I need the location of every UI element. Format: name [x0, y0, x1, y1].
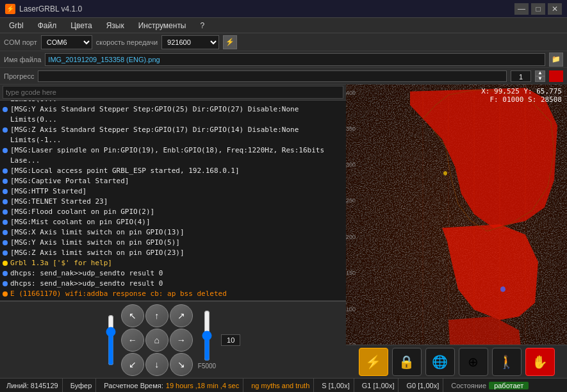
state-segment: Состояние работает — [447, 379, 532, 392]
coord-xy: X: 99,525 Y: 65,775 — [481, 87, 562, 95]
console-line: [MSG:X Axis limit switch on pin GPIO(13)… — [3, 227, 343, 238]
svg-point-11 — [443, 171, 447, 175]
globe-button[interactable]: 🌐 — [425, 348, 455, 376]
jog-up-left-button[interactable]: ↖ — [121, 304, 144, 327]
console-dot — [3, 281, 8, 286]
jog-home-button[interactable]: ⌂ — [145, 329, 168, 352]
menu-item-язык[interactable]: Язык — [100, 20, 131, 31]
feed-container: F5000 — [198, 310, 216, 370]
menu-bar: GrblФайлЦветаЯзыкИнструменты? — [0, 18, 567, 33]
lines-label: Линий: 8145129 — [6, 382, 58, 389]
feed-label: F5000 — [198, 363, 216, 370]
console-text: E (11661170) wifi:addba response cb: ap … — [10, 289, 227, 299]
open-file-button[interactable]: 📁 — [549, 53, 563, 67]
menu-item-?[interactable]: ? — [194, 20, 211, 31]
console-line: [MSG:Laser spindle on Pin:GPIO(19), Enbl… — [3, 145, 343, 166]
console-text: [MSG:Y Axis Standard Stepper Step:GPIO(2… — [10, 104, 343, 125]
console-text: [MSG:Captive Portal Started] — [10, 176, 129, 186]
com-port-select[interactable]: COM6 — [41, 35, 92, 49]
buffer-segment: Буфер — [67, 379, 97, 392]
svg-point-12 — [500, 286, 505, 292]
progress-down[interactable]: ▼ — [535, 76, 545, 82]
jog-up-button[interactable]: ↑ — [145, 304, 168, 327]
console-dot — [3, 240, 8, 245]
jog-right-button[interactable]: → — [170, 329, 193, 352]
console-dot — [3, 107, 8, 112]
menu-item-инструменты[interactable]: Инструменты — [132, 20, 193, 31]
console-text: [MSG:Laser spindle on Pin:GPIO(19), Enbl… — [10, 145, 343, 166]
buffer-label: Буфер — [70, 382, 92, 389]
svg-text:350: 350 — [346, 126, 356, 132]
progress-spinner: ▲ ▼ — [535, 70, 545, 82]
stop-hand-button[interactable]: ✋ — [525, 348, 555, 376]
console-line: [MSG:TELNET Started 23] — [3, 197, 343, 207]
feed-slider-vertical[interactable] — [202, 310, 212, 361]
g1-segment: G1 [1,00x] — [358, 379, 399, 392]
maximize-button[interactable]: □ — [531, 3, 545, 15]
com-port-label: COM порт — [4, 38, 37, 46]
console-dot — [3, 271, 8, 276]
console-text: [MSG:Mist coolant on pin GPIO(4)] — [10, 217, 151, 227]
close-button[interactable]: ✕ — [548, 3, 562, 15]
menu-item-grbl[interactable]: Grbl — [3, 20, 30, 31]
jog-up-right-button[interactable]: ↗ — [170, 304, 193, 327]
connect-button[interactable]: ⚡ — [223, 35, 237, 49]
step-input[interactable] — [221, 334, 240, 346]
calc-time-value: 19 hours ,18 min ,4 sec — [166, 382, 239, 389]
console-text: [MSG:Flood coolant on pin GPIO(2)] — [10, 207, 154, 217]
gcode-input[interactable] — [3, 86, 343, 99]
console-output: [MSG:Init Motors][MSG:Global stepper dis… — [0, 101, 346, 301]
svg-text:150: 150 — [346, 270, 356, 276]
console-line: [MSG:Z Axis Standard Stepper Step:GPIO(1… — [3, 125, 343, 145]
progress-number: 1 — [511, 70, 531, 82]
menu-item-цвета[interactable]: Цвета — [64, 20, 98, 31]
walk-button[interactable]: 🚶 — [492, 348, 522, 376]
lock-button[interactable]: 🔒 — [392, 348, 422, 376]
progress-label: Прогресс — [4, 72, 34, 80]
laser-button[interactable]: ⚡ — [359, 348, 388, 376]
svg-text:200: 200 — [346, 233, 356, 240]
g1-label: G1 [1,00x] — [362, 382, 395, 389]
title-bar-left: ⚡ LaserGRBL v4.1.0 — [5, 4, 82, 14]
bottom-toolbar: ⚡ 🔒 🌐 ⊕ 🚶 ✋ — [346, 345, 567, 378]
jog-controls-panel: ↖ ↑ ↗ ← ⌂ → ↙ ↓ ↘ F5000 — [0, 301, 346, 378]
console-line: [MSG:Mist coolant on pin GPIO(4)] — [3, 217, 343, 227]
console-text: [MSG:Local access point GRBL_ESP started… — [10, 166, 240, 176]
console-dot — [3, 199, 8, 204]
s-label: S [1,00x] — [322, 382, 349, 389]
minimize-button[interactable]: — — [514, 3, 529, 15]
console-line: [MSG:Y Axis limit switch on pin GPIO(5)] — [3, 238, 343, 248]
console-line: [MSG:Local access point GRBL_ESP started… — [3, 166, 343, 176]
console-text: [MSG:X Axis limit switch on pin GPIO(13)… — [10, 227, 185, 238]
console-line: [MSG:Y Axis Standard Stepper Step:GPIO(2… — [3, 104, 343, 125]
baud-rate-select[interactable]: 921600 — [161, 35, 219, 49]
svg-text:250: 250 — [346, 197, 356, 204]
file-input[interactable] — [45, 53, 545, 66]
window-title: LaserGRBL v4.1.0 — [19, 4, 82, 13]
jog-down-right-button[interactable]: ↘ — [170, 353, 193, 376]
speed-slider-vertical[interactable] — [106, 314, 116, 366]
menu-item-файл[interactable]: Файл — [31, 20, 63, 31]
svg-text:400: 400 — [346, 90, 356, 96]
jog-left-button[interactable]: ← — [121, 329, 144, 352]
content-area: [MSG:Init Motors][MSG:Global stepper dis… — [0, 85, 567, 378]
myths-label: ng myths and truth — [251, 382, 309, 389]
console-line: [MSG:Captive Portal Started] — [3, 176, 343, 186]
canvas-coordinates: X: 99,525 Y: 65,775 F: 01000 S: 28508 — [481, 87, 562, 104]
left-panel: [MSG:Init Motors][MSG:Global stepper dis… — [0, 85, 346, 378]
jog-down-left-button[interactable]: ↙ — [121, 353, 144, 376]
file-row: Имя файла 📁 — [0, 51, 567, 68]
console-dot — [3, 291, 8, 297]
stop-button[interactable] — [549, 70, 563, 82]
crosshair-button[interactable]: ⊕ — [459, 348, 488, 376]
gcode-input-row — [0, 85, 346, 101]
jog-down-button[interactable]: ↓ — [145, 353, 168, 376]
status-bar: Линий: 8145129 Буфер Расчетное Время: 19… — [0, 378, 567, 392]
step-container — [221, 334, 240, 346]
progress-row: Прогресс 1 ▲ ▼ — [0, 68, 567, 85]
controls-row: COM порт COM6 скорость передачи 921600 ⚡ — [0, 33, 567, 51]
console-dot — [3, 220, 8, 225]
jog-grid: ↖ ↑ ↗ ← ⌂ → ↙ ↓ ↘ — [121, 304, 193, 376]
s-segment: S [1,00x] — [318, 379, 354, 392]
laser-preview-canvas[interactable]: 400 350 300 250 200 150 100 50 0 0 100 2… — [346, 85, 567, 378]
